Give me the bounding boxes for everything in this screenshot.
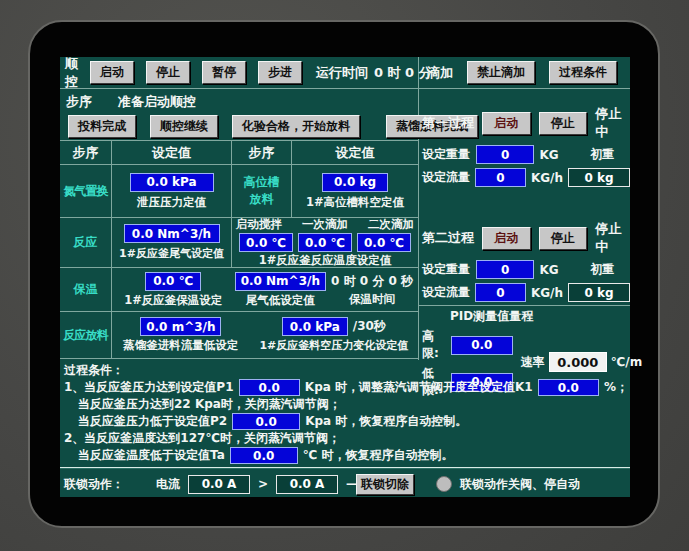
cond3-text-b: Kpa 时，恢复程序自动控制。 — [305, 413, 467, 430]
cond3-text-a: 当反应釜压力低于设定值P2 — [78, 413, 227, 430]
condition-line-3: 当反应釜压力低于设定值P2 0.0 Kpa 时，恢复程序自动控制。 — [64, 413, 628, 430]
process1-weight-row: 设定重量 0 KG 初重 — [422, 145, 630, 164]
first-drip-temp-value[interactable]: 0.0 ℃ — [298, 233, 352, 252]
sequence-control-bar: 顺控 启动 停止 暂停 步进 运行时间 0 时 0 分 — [60, 57, 418, 88]
process2-stop-button[interactable]: 停止 — [539, 227, 588, 250]
tail-gas-desc: 1#反应釜尾气设定值 — [119, 246, 224, 261]
cond1-text-b: Kpa 时，调整蒸汽调节阀开度至设定值K1 — [305, 379, 533, 396]
cell-reaction-temps: 启动搅拌 一次滴加 二次滴加 0.0 ℃ 0.0 ℃ 0.0 ℃ 1#反应釜反应… — [232, 218, 418, 267]
pid-high-value[interactable]: 0.0 — [451, 336, 513, 355]
seq-pause-button[interactable]: 暂停 — [202, 61, 246, 84]
distill-feed-low-value[interactable]: 0.0 m^3/h — [140, 317, 221, 336]
heat-preserve-temp-desc: 1#反应釜保温设定 — [124, 293, 222, 308]
stir-start-label: 启动搅拌 — [236, 218, 282, 232]
step-reaction-discharge: 反应放料 — [60, 312, 112, 358]
process2-flow-unit: KG/h — [531, 286, 563, 300]
pid-divider — [418, 305, 630, 306]
process1-weight-unit: KG — [539, 148, 569, 162]
tail-gas-low-group: 0.0 Nm^3/h 尾气低设定值 — [234, 272, 326, 308]
cell-relief-pressure: 0.0 kPa 泄压压力定值 — [112, 165, 232, 217]
head-tank-empty-desc: 1#高位槽料空定值 — [306, 195, 404, 210]
action-buttons-row: 投料完成 顺控继续 化验合格，开始放料 蒸馏放料完成 — [68, 115, 416, 138]
process2-weight-label: 设定重量 — [422, 261, 471, 278]
forbid-drip-button[interactable]: 禁止滴加 — [467, 61, 535, 84]
runtime-label: 运行时间 — [316, 64, 368, 82]
process2-init-weight-box-wrap: 0 kg — [568, 283, 630, 302]
seq-stop-button[interactable]: 停止 — [146, 61, 190, 84]
cond-k1-value[interactable]: 0.0 — [538, 379, 599, 396]
process2-start-button[interactable]: 启动 — [482, 227, 531, 250]
cond1-text-c: %； — [604, 379, 628, 396]
cond1-text-a: 1、当反应釜压力达到设定值P1 — [64, 379, 234, 396]
test-pass-discharge-button[interactable]: 化验合格，开始放料 — [232, 115, 360, 138]
process1-init-weight-label: 初重 — [575, 146, 630, 163]
process1-flow-unit: KG/h — [531, 171, 563, 185]
bottom-divider — [60, 467, 630, 469]
step-nitrogen-purge: 氮气置换 — [60, 165, 112, 217]
pressure-change-suffix: /30秒 — [353, 318, 386, 335]
pid-high-row: 高限: 0.0 — [422, 328, 513, 362]
process2-panel: 第二过程 启动 停止 停止中 设定重量 0 KG 初重 设定流量 0 KG/h … — [422, 220, 630, 302]
process2-weight-value[interactable]: 0 — [476, 260, 534, 279]
top-divider — [60, 88, 630, 89]
process2-init-weight-label: 初重 — [575, 261, 630, 278]
header-step-2: 步序 — [232, 141, 292, 164]
reaction-temp-subheads: 启动搅拌 一次滴加 二次滴加 — [232, 218, 418, 232]
relief-pressure-desc: 泄压压力定值 — [137, 195, 206, 210]
stir-temp-value[interactable]: 0.0 ℃ — [239, 233, 293, 252]
condition-line-2: 当反应釜压力达到22 Kpa时，关闭蒸汽调节阀； — [64, 396, 628, 413]
pid-title: PID测量值量程 — [422, 308, 630, 325]
feed-complete-button[interactable]: 投料完成 — [68, 115, 136, 138]
heat-preserve-temp-value[interactable]: 0.0 ℃ — [145, 272, 201, 291]
process1-title-row: 第一过程 启动 停止 停止中 — [422, 105, 630, 141]
process1-status: 停止中 — [595, 105, 630, 141]
process1-flow-row: 设定流量 0 KG/h 0 kg — [422, 168, 630, 187]
cond-p2-value[interactable]: 0.0 — [232, 413, 300, 430]
process1-flow-label: 设定流量 — [422, 169, 470, 186]
current-threshold-value: 0.0 A — [276, 475, 338, 494]
drip-label: 滴加 — [427, 64, 453, 82]
distill-feed-low-desc: 蒸馏釜进料流量低设定 — [123, 338, 238, 353]
seq-start-button[interactable]: 启动 — [90, 61, 134, 84]
heat-preserve-time-value: 0 时 0 分 0 秒 — [331, 273, 413, 290]
tail-gas-value[interactable]: 0.0 Nm^3/h — [124, 224, 220, 243]
connector-dash: — — [346, 477, 356, 491]
process2-flow-value[interactable]: 0 — [475, 283, 526, 302]
pressure-change-desc: 1#反应釜料空压力变化设定值 — [259, 338, 408, 353]
interlock-cutoff-button[interactable]: 联锁切除 — [356, 474, 414, 495]
condition-line-4: 2、当反应釜温度达到127℃时，关闭蒸汽调节阀； — [64, 430, 628, 447]
step-label: 步序 — [66, 93, 92, 111]
tail-gas-low-value[interactable]: 0.0 Nm^3/h — [235, 272, 326, 291]
process1-start-button[interactable]: 启动 — [482, 112, 531, 135]
process2-flow-row: 设定流量 0 KG/h 0 kg — [422, 283, 630, 302]
process-condition-button[interactable]: 过程条件 — [549, 61, 617, 84]
current-measured-value: 0.0 A — [188, 475, 250, 494]
relief-pressure-value[interactable]: 0.0 kPa — [130, 173, 214, 192]
interlock-indicator-lamp — [436, 476, 452, 492]
second-drip-label: 二次滴加 — [368, 218, 414, 232]
cond-ta-value[interactable]: 0.0 — [230, 447, 298, 464]
greater-than-sign: > — [258, 477, 268, 491]
seq-continue-button[interactable]: 顺控继续 — [150, 115, 218, 138]
process1-stop-button[interactable]: 停止 — [539, 112, 588, 135]
second-drip-temp-value[interactable]: 0.0 ℃ — [357, 233, 411, 252]
condition-line-1: 1、当反应釜压力达到设定值P1 0.0 Kpa 时，调整蒸汽调节阀开度至设定值K… — [64, 379, 628, 396]
heat-preserve-time-group: 0 时 0 分 0 秒 保温时间 — [326, 273, 418, 307]
process2-init-weight-value: 0 kg — [568, 283, 630, 302]
head-tank-line1: 高位槽 — [244, 174, 280, 191]
cond-p1-value[interactable]: 0.0 — [239, 379, 300, 396]
head-tank-empty-value[interactable]: 0.0 kg — [322, 173, 388, 192]
pressure-change-value[interactable]: 0.0 kPa — [282, 317, 348, 336]
seq-step-button[interactable]: 步进 — [258, 61, 302, 84]
reaction-discharge-groups: 0.0 m^3/h 蒸馏釜进料流量低设定 0.0 kPa /30秒 1#反应釜料… — [112, 317, 418, 353]
heat-preserve-time-label: 保温时间 — [349, 292, 395, 307]
interlock-action-desc: 联锁动作关阀、停自动 — [460, 476, 580, 493]
drip-bar: 滴加 禁止滴加 过程条件 — [419, 57, 630, 88]
process1-flow-value[interactable]: 0 — [475, 168, 526, 187]
reaction-temp-boxes: 0.0 ℃ 0.0 ℃ 0.0 ℃ — [239, 233, 411, 252]
process2-title: 第二过程 — [422, 229, 474, 247]
cond5-text-b: ℃ 时，恢复程序自动控制。 — [303, 447, 454, 464]
process1-weight-value[interactable]: 0 — [476, 145, 534, 164]
process2-title-row: 第二过程 启动 停止 停止中 — [422, 220, 630, 256]
process2-weight-row: 设定重量 0 KG 初重 — [422, 260, 630, 279]
